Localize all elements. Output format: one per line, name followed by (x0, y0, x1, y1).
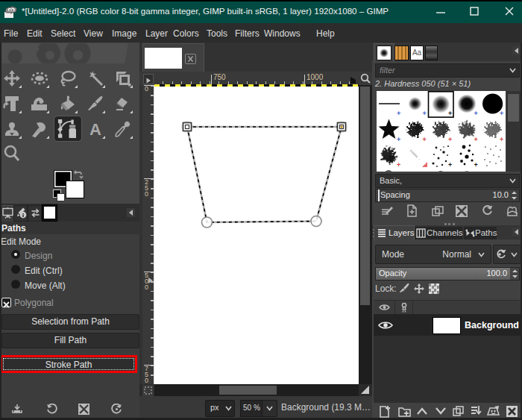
svg-text:A: A (89, 120, 101, 138)
svg-text:+: + (423, 136, 427, 143)
svg-text:+: + (448, 110, 452, 117)
svg-text:+: + (397, 161, 400, 169)
svg-text:+: + (448, 161, 452, 169)
svg-text:+: + (448, 136, 452, 143)
svg-text:+: + (474, 136, 478, 143)
svg-text:+: + (474, 110, 478, 117)
svg-text:+: + (500, 110, 503, 117)
svg-text:+: + (500, 136, 503, 143)
svg-text:+: + (397, 110, 400, 117)
svg-text:+: + (397, 136, 400, 143)
svg-text:+: + (474, 161, 478, 169)
svg-text:+: + (423, 110, 427, 117)
